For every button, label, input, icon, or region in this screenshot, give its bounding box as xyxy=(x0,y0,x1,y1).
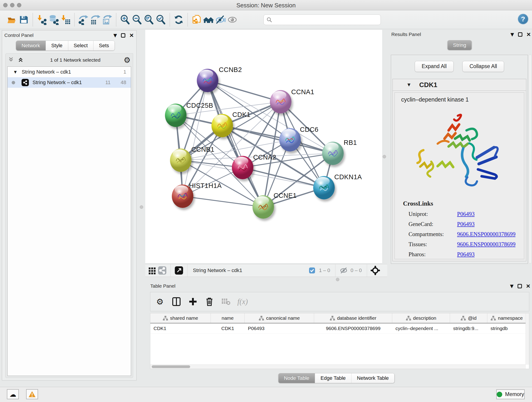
float-panel-icon[interactable] xyxy=(121,33,125,38)
column-header-shared-name[interactable]: shared name xyxy=(150,313,211,323)
scrollbar-thumb[interactable] xyxy=(152,365,190,368)
zoom-fit-icon[interactable] xyxy=(143,13,155,26)
network-node-cdk1[interactable] xyxy=(211,114,233,137)
create-column-icon[interactable] xyxy=(188,297,198,307)
network-node-ccne1[interactable] xyxy=(253,195,274,219)
table-row[interactable]: CDK1CDK1P064939606.ENSP00000378699cyclin… xyxy=(150,323,529,334)
network-node-cdkn1a[interactable] xyxy=(313,176,335,199)
table-cell[interactable]: stringdb:9... xyxy=(450,323,487,333)
warnings-button[interactable] xyxy=(26,389,38,399)
table-horizontal-scrollbar[interactable] xyxy=(150,364,526,369)
export-image-icon[interactable] xyxy=(101,13,113,26)
network-node-cdc25b[interactable] xyxy=(165,104,186,127)
help-button[interactable]: ? xyxy=(518,14,528,24)
network-row-selected[interactable]: String Network – cdk1 11 48 xyxy=(7,77,131,88)
tab-network[interactable]: Network xyxy=(16,41,46,51)
collapse-all-networks-icon[interactable] xyxy=(8,56,14,64)
column-header-database-identifier[interactable]: database identifier xyxy=(314,313,392,323)
network-options-gear-icon[interactable]: ⚙ xyxy=(124,56,131,65)
right-splitter-handle[interactable] xyxy=(383,155,386,158)
close-panel-icon[interactable]: × xyxy=(526,32,531,37)
network-node-ccnb1[interactable] xyxy=(170,148,191,172)
detach-view-icon[interactable] xyxy=(174,265,184,275)
table-cell[interactable]: cyclin–dependent ... xyxy=(392,323,450,333)
column-header-namespace[interactable]: namespace xyxy=(487,313,526,323)
function-builder-icon[interactable]: f(x) xyxy=(237,298,248,306)
network-collection-row[interactable]: ▼ String Network – cdk1 1 xyxy=(7,67,131,77)
crosslink-genecard-link[interactable]: P06493 xyxy=(457,221,475,227)
import-network-file-icon[interactable] xyxy=(36,13,48,26)
network-share-view-icon[interactable] xyxy=(157,265,167,275)
crosslink-pharos-link[interactable]: P06493 xyxy=(457,251,475,258)
network-node-cdc6[interactable] xyxy=(279,128,301,152)
close-panel-icon[interactable]: × xyxy=(129,33,133,38)
table-cell[interactable]: CDK1 xyxy=(150,323,211,333)
tab-select[interactable]: Select xyxy=(68,41,94,51)
collapse-triangle-icon[interactable]: ▼ xyxy=(13,70,18,75)
zoom-in-icon[interactable] xyxy=(119,13,131,26)
network-edge-ccnb2-ccna1[interactable] xyxy=(208,80,281,102)
tab-style[interactable]: Style xyxy=(46,41,68,51)
panel-menu-icon[interactable]: ▼ xyxy=(510,32,514,37)
float-panel-icon[interactable] xyxy=(518,284,522,288)
zoom-out-icon[interactable] xyxy=(131,13,143,26)
column-header--id[interactable]: @id xyxy=(450,313,487,323)
results-scrollbar[interactable] xyxy=(529,55,532,263)
search-input[interactable] xyxy=(272,17,378,23)
expand-all-networks-icon[interactable] xyxy=(17,56,24,64)
column-header-name[interactable]: name xyxy=(211,313,245,323)
crosslink-tissues-link[interactable]: 9606.ENSP00000378699 xyxy=(457,241,515,248)
tab-string[interactable]: String xyxy=(447,40,472,50)
network-node-ccna1[interactable] xyxy=(270,90,291,114)
network-edge-ccnb2-hist1h1a[interactable] xyxy=(183,80,208,196)
network-node-ccnb2[interactable] xyxy=(197,69,218,92)
home-icon[interactable] xyxy=(203,13,215,26)
memory-button[interactable]: Memory xyxy=(496,389,525,399)
network-node-ccna2[interactable] xyxy=(232,156,253,179)
column-header-description[interactable]: description xyxy=(392,313,450,323)
table-cell[interactable]: 9606.ENSP00000378699 xyxy=(314,323,392,333)
open-session-icon[interactable] xyxy=(6,13,18,26)
tab-network-table[interactable]: Network Table xyxy=(351,373,394,383)
network-view[interactable]: CCNB2CCNA1CDC25BCDK1CDC6RB1CCNB1CCNA2CDK… xyxy=(145,30,382,263)
show-columns-icon[interactable] xyxy=(171,297,181,307)
zoom-selected-icon[interactable] xyxy=(155,13,167,26)
float-panel-icon[interactable] xyxy=(518,32,522,37)
delete-column-icon[interactable] xyxy=(204,297,215,307)
table-cell[interactable]: CDK1 xyxy=(211,323,245,333)
save-session-icon[interactable] xyxy=(18,13,30,26)
export-table-icon[interactable] xyxy=(89,13,101,26)
clone-network-icon[interactable] xyxy=(191,13,203,26)
selected-checkbox-icon[interactable] xyxy=(307,265,317,275)
network-edge-hist1h1a-ccne1[interactable] xyxy=(183,196,263,207)
hidden-eye-icon[interactable] xyxy=(339,265,349,275)
cloud-button[interactable]: ☁ xyxy=(7,389,19,399)
delete-table-icon[interactable] xyxy=(221,297,231,307)
export-network-icon[interactable] xyxy=(77,13,89,26)
crosslink-compartments-link[interactable]: 9606.ENSP00000378699 xyxy=(457,231,515,237)
left-splitter-handle[interactable] xyxy=(140,205,143,209)
tab-node-table[interactable]: Node Table xyxy=(278,373,315,383)
column-header-canonical-name[interactable]: canonical name xyxy=(245,313,314,323)
refresh-icon[interactable] xyxy=(173,13,185,26)
collapse-all-button[interactable]: Collapse All xyxy=(462,61,504,72)
gene-header-row[interactable]: ▼ CDK1 xyxy=(393,79,526,91)
import-table-file-icon[interactable] xyxy=(60,13,71,26)
panel-menu-icon[interactable]: ▼ xyxy=(510,283,513,289)
hide-unhide-icon[interactable] xyxy=(215,13,226,26)
show-all-icon[interactable] xyxy=(226,13,238,26)
collapse-triangle-icon[interactable]: ▼ xyxy=(406,82,412,88)
table-cell[interactable]: P06493 xyxy=(245,323,314,333)
table-vertical-scrollbar[interactable] xyxy=(526,313,529,365)
import-network-database-icon[interactable] xyxy=(48,13,60,26)
panel-menu-icon[interactable]: ▼ xyxy=(114,32,117,38)
birds-eye-view-icon[interactable] xyxy=(370,265,380,275)
network-node-rb1[interactable] xyxy=(322,142,344,165)
crosslink-uniprot-link[interactable]: P06493 xyxy=(457,211,475,217)
expand-all-button[interactable]: Expand All xyxy=(415,61,454,72)
table-cell[interactable]: stringdb xyxy=(487,323,526,333)
tab-sets[interactable]: Sets xyxy=(94,41,114,51)
tab-edge-table[interactable]: Edge Table xyxy=(315,373,351,383)
grid-view-icon[interactable] xyxy=(147,265,157,275)
table-options-gear-icon[interactable]: ⚙ xyxy=(155,297,165,307)
